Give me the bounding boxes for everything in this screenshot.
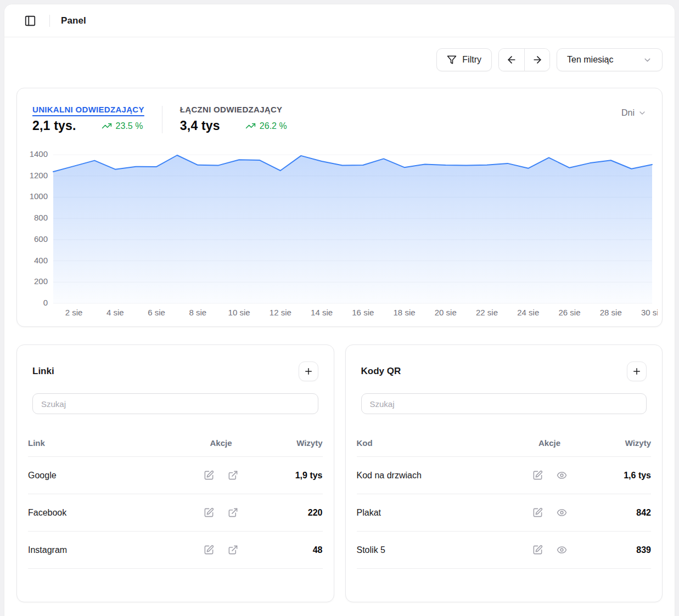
- filters-button-label: Filtry: [462, 55, 481, 65]
- visitors-chart: 02004006008001000120014002 sie4 sie6 sie…: [21, 146, 658, 319]
- edit-qr-code-button[interactable]: [531, 470, 543, 482]
- edit-link-button[interactable]: [203, 507, 215, 519]
- table-row: Stolik 5 839: [357, 532, 652, 569]
- period-select[interactable]: Ten miesiąc: [557, 48, 663, 71]
- edit-qr-code-button[interactable]: [531, 507, 543, 519]
- edit-pencil-icon: [204, 470, 214, 481]
- stat-total-visitors: ŁĄCZNI ODWIEDZAJĄCY 3,4 tys 26.2 %: [180, 105, 287, 133]
- sidebar-toggle-button[interactable]: [22, 13, 38, 29]
- table-row: Facebook 220: [28, 494, 323, 532]
- stats-divider: [162, 106, 162, 133]
- x-tick-label: 30 sie: [641, 308, 658, 317]
- edit-pencil-icon: [204, 507, 214, 518]
- external-link-icon: [228, 507, 238, 518]
- qr-codes-card-title: Kody QR: [361, 366, 401, 377]
- y-tick-label: 400: [34, 256, 48, 265]
- preview-qr-code-button[interactable]: [555, 470, 568, 482]
- column-header-actions: Akcje: [514, 438, 585, 448]
- stat-unique-visitors-value: 2,1 tys.: [32, 118, 76, 133]
- external-link-icon: [228, 470, 238, 481]
- stat-total-visitors-value: 3,4 tys: [180, 118, 220, 133]
- links-card-title: Linki: [32, 366, 54, 377]
- stats-row: UNIKALNI ODWIEDZAJĄCY 2,1 tys. 23.5 % ŁĄ…: [17, 88, 662, 133]
- link-visits: 48: [257, 545, 323, 555]
- x-tick-label: 24 sie: [517, 308, 539, 317]
- x-tick-label: 28 sie: [600, 308, 622, 317]
- cards-grid: Linki Link Akcje Wizyty Google: [16, 344, 663, 602]
- granularity-select-value: Dni: [621, 108, 635, 118]
- plus-icon: [632, 366, 642, 376]
- granularity-select[interactable]: Dni: [621, 108, 647, 118]
- edit-link-button[interactable]: [203, 470, 215, 482]
- column-header-link: Link: [28, 438, 186, 448]
- eye-icon: [557, 507, 567, 518]
- table-row: Google 1,9 tys: [28, 457, 323, 494]
- x-tick-label: 2 sie: [65, 308, 83, 317]
- eye-icon: [557, 545, 567, 555]
- page-title: Panel: [61, 15, 86, 26]
- plus-icon: [304, 366, 313, 376]
- period-nav-group: [498, 48, 550, 71]
- x-tick-label: 14 sie: [311, 308, 333, 317]
- links-card: Linki Link Akcje Wizyty Google: [16, 344, 334, 602]
- link-visits: 1,9 tys: [257, 471, 323, 481]
- link-visits: 220: [257, 508, 323, 518]
- main-panel: Panel Filtry Ten miesiąc: [4, 4, 675, 616]
- previous-period-button[interactable]: [499, 49, 524, 71]
- x-tick-label: 12 sie: [270, 308, 291, 317]
- filters-button[interactable]: Filtry: [436, 48, 492, 71]
- add-qr-code-button[interactable]: [627, 361, 647, 381]
- chevron-down-icon: [643, 55, 652, 65]
- preview-qr-code-button[interactable]: [555, 507, 568, 519]
- table-row: Instagram 48: [28, 532, 323, 569]
- links-table: Link Akcje Wizyty Google 1,9 tys Faceboo: [28, 429, 323, 569]
- filter-funnel-icon: [447, 55, 457, 65]
- edit-pencil-icon: [204, 545, 214, 555]
- chart-area-fill: [53, 155, 652, 303]
- period-select-value: Ten miesiąc: [567, 55, 613, 65]
- arrow-left-icon: [506, 54, 517, 65]
- open-link-button[interactable]: [227, 507, 239, 519]
- links-search-input[interactable]: [32, 393, 318, 414]
- y-tick-label: 1200: [30, 171, 48, 180]
- stat-unique-visitors-trend: 23.5 %: [102, 121, 143, 131]
- y-tick-label: 600: [34, 234, 48, 244]
- edit-pencil-icon: [532, 507, 543, 518]
- x-tick-label: 10 sie: [228, 308, 250, 317]
- x-tick-label: 22 sie: [476, 308, 498, 317]
- stat-unique-visitors-trend-value: 23.5 %: [116, 121, 143, 131]
- link-name: Facebook: [28, 508, 186, 518]
- qr-code-visits: 842: [585, 508, 651, 518]
- add-link-button[interactable]: [299, 361, 318, 381]
- x-tick-label: 26 sie: [559, 308, 581, 317]
- toolbar: Filtry Ten miesiąc: [16, 48, 663, 71]
- open-link-button[interactable]: [227, 470, 239, 482]
- area-chart-svg: 02004006008001000120014002 sie4 sie6 sie…: [21, 146, 658, 319]
- stat-total-visitors-label[interactable]: ŁĄCZNI ODWIEDZAJĄCY: [180, 105, 287, 114]
- x-tick-label: 4 sie: [106, 308, 124, 317]
- qr-codes-search-input[interactable]: [361, 393, 647, 414]
- next-period-button[interactable]: [524, 49, 549, 71]
- visitors-chart-card: UNIKALNI ODWIEDZAJĄCY 2,1 tys. 23.5 % ŁĄ…: [16, 88, 663, 327]
- column-header-visits: Wizyty: [585, 438, 651, 448]
- links-table-header: Link Akcje Wizyty: [28, 429, 323, 457]
- arrow-right-icon: [532, 54, 543, 65]
- edit-qr-code-button[interactable]: [531, 544, 543, 556]
- qr-codes-table: Kod Akcje Wizyty Kod na drzwiach 1,6 tys: [357, 429, 652, 569]
- table-row: Plakat 842: [357, 494, 652, 532]
- y-tick-label: 800: [34, 213, 48, 222]
- preview-qr-code-button[interactable]: [555, 544, 568, 556]
- qr-codes-card: Kody QR Kod Akcje Wizyty Kod na drzwiach: [345, 344, 663, 602]
- qr-code-name: Plakat: [357, 508, 514, 518]
- y-tick-label: 1000: [30, 191, 48, 201]
- link-name: Google: [28, 471, 186, 481]
- edit-link-button[interactable]: [203, 544, 215, 556]
- x-tick-label: 20 sie: [435, 308, 457, 317]
- stat-unique-visitors-label[interactable]: UNIKALNI ODWIEDZAJĄCY: [32, 105, 144, 114]
- qr-table-header: Kod Akcje Wizyty: [357, 429, 652, 457]
- open-link-button[interactable]: [227, 544, 239, 556]
- column-header-visits: Wizyty: [257, 438, 323, 448]
- y-tick-label: 0: [43, 298, 48, 307]
- qr-code-visits: 839: [585, 545, 651, 555]
- x-tick-label: 8 sie: [189, 308, 207, 317]
